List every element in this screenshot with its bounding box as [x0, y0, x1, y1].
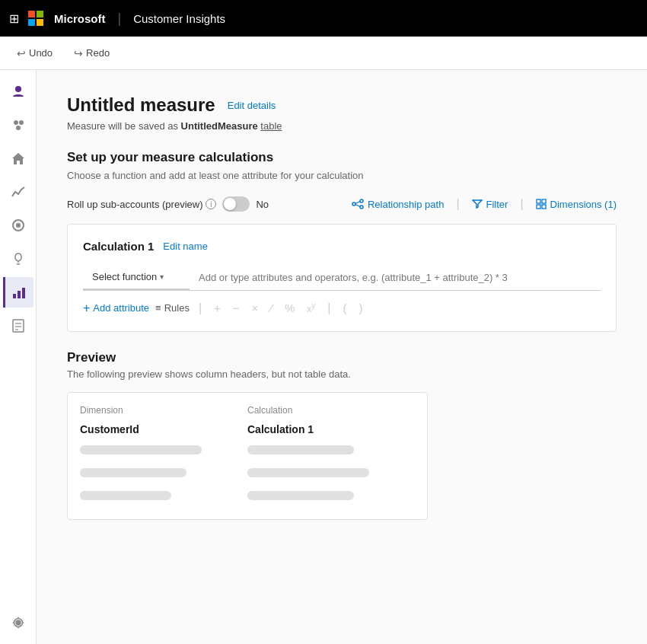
sidebar — [0, 70, 37, 644]
redo-label: Redo — [86, 47, 110, 59]
insights-icon — [11, 251, 26, 266]
sidebar-item-profiles[interactable] — [3, 76, 33, 107]
edit-details-link[interactable]: Edit details — [228, 100, 276, 111]
toggle-knob — [224, 198, 236, 210]
svg-rect-3 — [37, 19, 43, 26]
rules-icon: ≡ — [155, 302, 161, 314]
op-power-button[interactable]: xy — [304, 300, 318, 316]
filter-label: Filter — [486, 199, 508, 210]
rules-button[interactable]: ≡ Rules — [155, 302, 190, 314]
op-percent-button[interactable]: % — [282, 300, 298, 316]
add-attribute-button[interactable]: + Add attribute — [83, 301, 149, 315]
calc-sep-2: | — [324, 301, 333, 315]
calc-header: Calculation 1 Edit name — [83, 240, 601, 253]
preview-subtext: The following preview shows column heade… — [67, 368, 617, 380]
rules-label: Rules — [164, 302, 190, 314]
calc-sep-1: | — [196, 301, 205, 315]
rollup-label-text: Roll up sub-accounts (preview) — [67, 199, 202, 210]
filter-button[interactable]: Filter — [472, 199, 508, 210]
action-separator-1: | — [456, 197, 459, 211]
op-multiply-button[interactable]: × — [249, 300, 262, 316]
rollup-toggle[interactable] — [222, 196, 250, 212]
select-function-dropdown[interactable]: Select function ▾ — [83, 265, 190, 290]
skeleton-line — [247, 445, 354, 454]
select-function-label: Select function — [92, 271, 157, 282]
topbar: ⊞ Microsoft | Customer Insights — [0, 0, 647, 37]
op-plus-button[interactable]: + — [211, 300, 224, 316]
action-separator-2: | — [520, 197, 523, 211]
save-as-suffix: table — [260, 120, 282, 132]
skeleton-line — [247, 491, 354, 500]
sidebar-item-settings[interactable] — [3, 607, 33, 638]
undo-icon: ↩ — [17, 47, 26, 59]
analytics-icon — [11, 184, 26, 199]
relationship-path-icon — [352, 198, 364, 210]
sidebar-item-measures[interactable] — [3, 277, 33, 308]
redo-icon: ↪ — [74, 47, 83, 59]
layout: Untitled measure Edit details Measure wi… — [0, 70, 647, 644]
sidebar-item-insights[interactable] — [3, 244, 33, 274]
relationship-path-label: Relationship path — [368, 199, 444, 210]
svg-rect-28 — [537, 205, 540, 209]
home-icon — [11, 151, 26, 166]
op-open-paren-button[interactable]: ( — [339, 300, 349, 316]
svg-point-4 — [15, 86, 21, 92]
plus-icon: + — [83, 301, 90, 315]
relationship-path-button[interactable]: Relationship path — [352, 198, 444, 210]
reports-icon — [11, 318, 26, 333]
app-title: Customer Insights — [133, 12, 225, 25]
op-close-paren-button[interactable]: ) — [355, 300, 365, 316]
undo-label: Undo — [29, 47, 53, 59]
preview-table-wrap: Dimension Calculation CustomerId Calcula… — [67, 392, 428, 520]
preview-skeleton-row-3 — [80, 484, 415, 507]
targeting-icon — [11, 218, 26, 233]
preview-col1-header: Dimension — [80, 405, 247, 420]
sidebar-item-segments[interactable] — [3, 110, 33, 140]
rollup-info-icon[interactable]: i — [206, 199, 216, 209]
microsoft-label: Microsoft — [54, 12, 106, 25]
preview-value-row: CustomerId Calculation 1 — [80, 420, 415, 438]
topbar-separator: | — [118, 11, 122, 27]
rollup-row: Roll up sub-accounts (preview) i No Rela… — [67, 196, 617, 212]
dimensions-label: Dimensions (1) — [550, 199, 617, 210]
op-divide-button[interactable]: ∕ — [267, 300, 276, 316]
svg-rect-29 — [542, 205, 546, 209]
svg-point-7 — [16, 126, 21, 130]
ms-logo — [28, 11, 43, 26]
svg-rect-1 — [37, 11, 43, 18]
calc-toolbar: + Add attribute ≡ Rules | + − × ∕ % xy |… — [83, 300, 601, 316]
skeleton-line — [80, 491, 171, 500]
op-minus-button[interactable]: − — [230, 300, 243, 316]
edit-name-link[interactable]: Edit name — [163, 241, 208, 252]
svg-point-6 — [19, 120, 24, 125]
settings-icon — [11, 615, 26, 630]
svg-rect-27 — [542, 199, 546, 203]
calculations-subtext: Choose a function and add at least one a… — [67, 170, 617, 181]
rollup-toggle-label: No — [256, 199, 269, 210]
attribute-input[interactable] — [190, 265, 601, 290]
svg-line-25 — [355, 205, 360, 207]
svg-rect-2 — [28, 19, 35, 26]
skeleton-line — [80, 468, 186, 477]
svg-point-5 — [14, 120, 18, 125]
preview-table: Dimension Calculation CustomerId Calcula… — [80, 405, 415, 507]
redo-button[interactable]: ↪ Redo — [69, 44, 114, 62]
sidebar-item-reports[interactable] — [3, 311, 33, 341]
page-title-row: Untitled measure Edit details — [67, 94, 617, 116]
preview-calculation1: Calculation 1 — [247, 420, 415, 438]
svg-rect-13 — [22, 288, 25, 298]
sidebar-item-home[interactable] — [3, 143, 33, 174]
add-attribute-label: Add attribute — [93, 302, 149, 314]
chevron-down-icon: ▾ — [160, 273, 164, 281]
svg-point-21 — [352, 202, 355, 206]
svg-point-20 — [16, 621, 20, 625]
dimensions-button[interactable]: Dimensions (1) — [536, 199, 617, 210]
preview-col2-header: Calculation — [247, 405, 415, 420]
svg-rect-11 — [13, 294, 16, 298]
svg-point-22 — [360, 199, 363, 202]
grid-icon[interactable]: ⊞ — [9, 11, 19, 26]
svg-rect-12 — [18, 291, 21, 298]
sidebar-item-analytics[interactable] — [3, 177, 33, 207]
undo-button[interactable]: ↩ Undo — [12, 44, 57, 62]
sidebar-item-targeting[interactable] — [3, 210, 33, 241]
